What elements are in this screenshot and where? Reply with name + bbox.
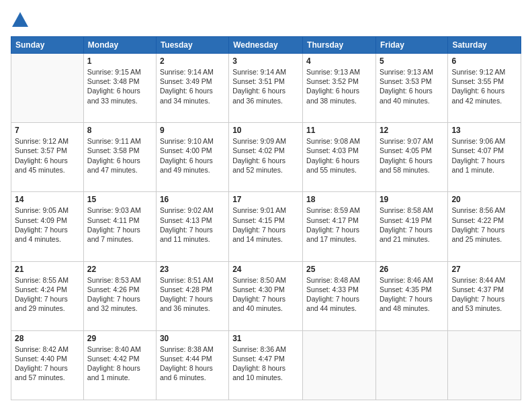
logo-icon: [11, 11, 30, 30]
calendar-cell: 6Sunrise: 9:12 AMSunset: 3:55 PMDaylight…: [448, 54, 521, 123]
calendar-cell: 17Sunrise: 9:01 AMSunset: 4:15 PMDayligh…: [229, 192, 303, 261]
calendar-cell: 13Sunrise: 9:06 AMSunset: 4:07 PMDayligh…: [448, 123, 521, 192]
col-header-friday: Friday: [375, 37, 447, 54]
page: SundayMondayTuesdayWednesdayThursdayFrid…: [0, 0, 532, 411]
day-info: Sunrise: 9:14 AMSunset: 3:51 PMDaylight:…: [232, 67, 299, 105]
day-number: 15: [87, 195, 152, 204]
calendar-cell: [11, 54, 84, 123]
calendar-cell: 12Sunrise: 9:07 AMSunset: 4:05 PMDayligh…: [375, 123, 447, 192]
calendar-cell: 20Sunrise: 8:56 AMSunset: 4:22 PMDayligh…: [448, 192, 521, 261]
calendar-cell: 10Sunrise: 9:09 AMSunset: 4:02 PMDayligh…: [229, 123, 303, 192]
day-info: Sunrise: 9:07 AMSunset: 4:05 PMDaylight:…: [380, 136, 444, 175]
day-number: 20: [451, 195, 517, 204]
calendar-cell: 11Sunrise: 9:08 AMSunset: 4:03 PMDayligh…: [303, 123, 376, 192]
day-info: Sunrise: 8:38 AMSunset: 4:44 PMDaylight:…: [160, 345, 225, 383]
day-number: 14: [15, 195, 80, 204]
calendar-cell: [303, 330, 376, 400]
calendar-cell: 16Sunrise: 9:02 AMSunset: 4:13 PMDayligh…: [156, 192, 228, 261]
calendar-week-row: 1Sunrise: 9:15 AMSunset: 3:48 PMDaylight…: [11, 54, 521, 123]
calendar-cell: 15Sunrise: 9:03 AMSunset: 4:11 PMDayligh…: [83, 192, 156, 261]
day-info: Sunrise: 8:56 AMSunset: 4:22 PMDaylight:…: [451, 205, 517, 244]
day-number: 6: [451, 56, 517, 66]
day-info: Sunrise: 8:51 AMSunset: 4:28 PMDaylight:…: [160, 275, 225, 314]
calendar-cell: 3Sunrise: 9:14 AMSunset: 3:51 PMDaylight…: [229, 54, 303, 123]
calendar-cell: 8Sunrise: 9:11 AMSunset: 3:58 PMDaylight…: [83, 123, 156, 192]
day-number: 24: [232, 265, 299, 274]
day-info: Sunrise: 8:50 AMSunset: 4:30 PMDaylight:…: [232, 275, 299, 314]
day-number: 7: [15, 126, 80, 135]
day-number: 18: [306, 195, 372, 204]
day-number: 1: [87, 56, 152, 66]
calendar-week-row: 14Sunrise: 9:05 AMSunset: 4:09 PMDayligh…: [11, 192, 521, 261]
day-info: Sunrise: 8:44 AMSunset: 4:37 PMDaylight:…: [451, 275, 517, 314]
header: [11, 11, 521, 30]
day-number: 5: [380, 56, 444, 66]
day-info: Sunrise: 9:11 AMSunset: 3:58 PMDaylight:…: [87, 136, 152, 175]
day-info: Sunrise: 8:59 AMSunset: 4:17 PMDaylight:…: [306, 205, 372, 244]
calendar-cell: 27Sunrise: 8:44 AMSunset: 4:37 PMDayligh…: [448, 261, 521, 330]
day-info: Sunrise: 9:13 AMSunset: 3:52 PMDaylight:…: [306, 67, 372, 105]
calendar-cell: 5Sunrise: 9:13 AMSunset: 3:53 PMDaylight…: [375, 54, 447, 123]
day-number: 12: [380, 126, 444, 135]
calendar-cell: 24Sunrise: 8:50 AMSunset: 4:30 PMDayligh…: [229, 261, 303, 330]
calendar-cell: 18Sunrise: 8:59 AMSunset: 4:17 PMDayligh…: [303, 192, 376, 261]
calendar-cell: [448, 330, 521, 400]
calendar-cell: 9Sunrise: 9:10 AMSunset: 4:00 PMDaylight…: [156, 123, 228, 192]
col-header-thursday: Thursday: [303, 37, 376, 54]
day-info: Sunrise: 9:01 AMSunset: 4:15 PMDaylight:…: [232, 205, 299, 244]
day-info: Sunrise: 9:09 AMSunset: 4:02 PMDaylight:…: [232, 136, 299, 175]
calendar-table: SundayMondayTuesdayWednesdayThursdayFrid…: [11, 36, 521, 400]
day-number: 30: [160, 334, 225, 343]
calendar-cell: 23Sunrise: 8:51 AMSunset: 4:28 PMDayligh…: [156, 261, 228, 330]
day-info: Sunrise: 8:55 AMSunset: 4:24 PMDaylight:…: [15, 275, 80, 314]
day-number: 8: [87, 126, 152, 135]
calendar-cell: 22Sunrise: 8:53 AMSunset: 4:26 PMDayligh…: [83, 261, 156, 330]
calendar-cell: 29Sunrise: 8:40 AMSunset: 4:42 PMDayligh…: [83, 330, 156, 400]
calendar-cell: 25Sunrise: 8:48 AMSunset: 4:33 PMDayligh…: [303, 261, 376, 330]
day-number: 25: [306, 265, 372, 274]
col-header-wednesday: Wednesday: [229, 37, 303, 54]
day-info: Sunrise: 9:12 AMSunset: 3:57 PMDaylight:…: [15, 136, 80, 175]
day-number: 17: [232, 195, 299, 204]
day-info: Sunrise: 8:42 AMSunset: 4:40 PMDaylight:…: [15, 345, 80, 383]
day-info: Sunrise: 9:08 AMSunset: 4:03 PMDaylight:…: [306, 136, 372, 175]
calendar-cell: 31Sunrise: 8:36 AMSunset: 4:47 PMDayligh…: [229, 330, 303, 400]
day-number: 11: [306, 126, 372, 135]
day-info: Sunrise: 8:48 AMSunset: 4:33 PMDaylight:…: [306, 275, 372, 314]
day-number: 9: [160, 126, 225, 135]
day-info: Sunrise: 8:40 AMSunset: 4:42 PMDaylight:…: [87, 345, 152, 383]
calendar-cell: 1Sunrise: 9:15 AMSunset: 3:48 PMDaylight…: [83, 54, 156, 123]
calendar-cell: 4Sunrise: 9:13 AMSunset: 3:52 PMDaylight…: [303, 54, 376, 123]
col-header-sunday: Sunday: [11, 37, 84, 54]
day-info: Sunrise: 8:36 AMSunset: 4:47 PMDaylight:…: [232, 345, 299, 383]
day-number: 22: [87, 265, 152, 274]
col-header-saturday: Saturday: [448, 37, 521, 54]
calendar-week-row: 28Sunrise: 8:42 AMSunset: 4:40 PMDayligh…: [11, 330, 521, 400]
col-header-tuesday: Tuesday: [156, 37, 228, 54]
day-number: 10: [232, 126, 299, 135]
day-info: Sunrise: 9:14 AMSunset: 3:49 PMDaylight:…: [160, 67, 225, 105]
day-number: 21: [15, 265, 80, 274]
day-number: 19: [380, 195, 444, 204]
day-info: Sunrise: 9:05 AMSunset: 4:09 PMDaylight:…: [15, 205, 80, 244]
calendar-cell: 2Sunrise: 9:14 AMSunset: 3:49 PMDaylight…: [156, 54, 228, 123]
day-info: Sunrise: 9:12 AMSunset: 3:55 PMDaylight:…: [451, 67, 517, 105]
logo: [11, 11, 32, 30]
calendar-cell: 30Sunrise: 8:38 AMSunset: 4:44 PMDayligh…: [156, 330, 228, 400]
day-info: Sunrise: 8:46 AMSunset: 4:35 PMDaylight:…: [380, 275, 444, 314]
day-info: Sunrise: 9:06 AMSunset: 4:07 PMDaylight:…: [451, 136, 517, 175]
day-number: 28: [15, 334, 80, 343]
col-header-monday: Monday: [83, 37, 156, 54]
day-info: Sunrise: 9:03 AMSunset: 4:11 PMDaylight:…: [87, 205, 152, 244]
day-info: Sunrise: 8:53 AMSunset: 4:26 PMDaylight:…: [87, 275, 152, 314]
day-number: 16: [160, 195, 225, 204]
day-number: 3: [232, 56, 299, 66]
calendar-header-row: SundayMondayTuesdayWednesdayThursdayFrid…: [11, 37, 521, 54]
day-number: 29: [87, 334, 152, 343]
calendar-cell: 21Sunrise: 8:55 AMSunset: 4:24 PMDayligh…: [11, 261, 84, 330]
day-number: 13: [451, 126, 517, 135]
calendar-cell: [375, 330, 447, 400]
day-info: Sunrise: 9:15 AMSunset: 3:48 PMDaylight:…: [87, 67, 152, 105]
svg-marker-1: [13, 15, 27, 26]
day-number: 23: [160, 265, 225, 274]
